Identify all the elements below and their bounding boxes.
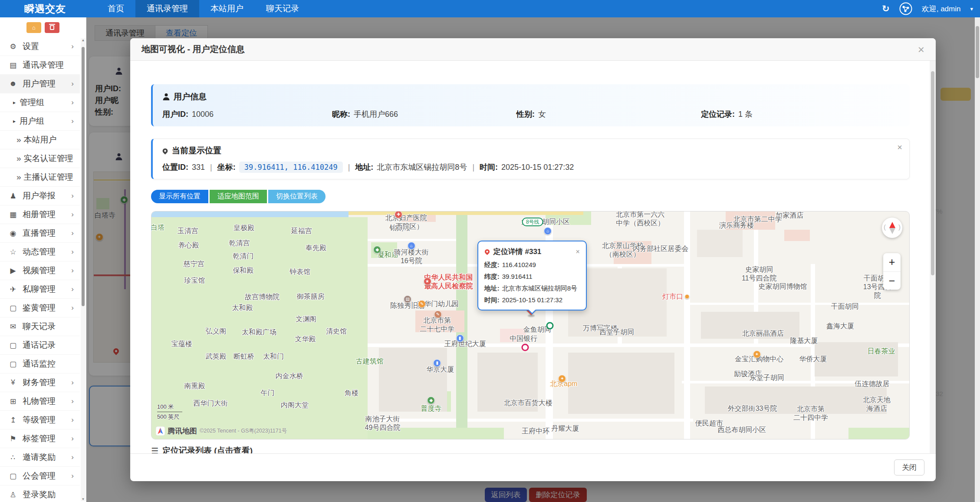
eye-icon: ◉ — [7, 229, 19, 238]
sidebar-item[interactable]: ✈私聊管理› — [0, 280, 80, 299]
submenu-link-icon: » — [16, 154, 21, 163]
scroll-down-icon[interactable]: ▼ — [81, 497, 86, 501]
close-icon[interactable]: × — [918, 44, 924, 55]
welcome-user[interactable]: 欢迎, admin — [922, 4, 961, 14]
scrollbar-thumb[interactable] — [976, 26, 979, 78]
close-icon[interactable]: × — [576, 248, 579, 256]
close-button[interactable]: 关闭 — [894, 459, 924, 476]
nav-item[interactable]: 通讯录管理 — [135, 0, 199, 17]
map-label: 断虹桥 — [233, 352, 254, 361]
sidebar-item[interactable]: ▶视频管理› — [0, 261, 80, 280]
sidebar-item[interactable]: ▢公会管理› — [0, 467, 80, 485]
sidebar-item[interactable]: »实名认证管理 — [0, 149, 80, 168]
sidebar-item[interactable]: ▢鉴黄管理› — [0, 299, 80, 317]
map-label: 太和门 — [263, 352, 284, 361]
map-label: 慈宁宫 — [184, 260, 204, 268]
sidebar-item[interactable]: ▸用户组› — [0, 112, 80, 131]
rotate-right-icon[interactable]: ) — [898, 223, 901, 231]
tencent-map-logo-icon — [156, 426, 165, 436]
nav-item[interactable]: 本站用户 — [199, 0, 255, 17]
sidebar-item-label: 标签管理 — [23, 433, 56, 444]
map-label: 玉清宫 — [178, 227, 198, 235]
gear-icon: ⚙ — [7, 42, 19, 51]
sidebar-item[interactable]: ▢通话记录 — [0, 336, 80, 355]
close-icon[interactable]: × — [897, 142, 902, 152]
field-value: 1 条 — [738, 110, 753, 119]
sidebar-item[interactable]: ⚙设置› — [0, 37, 80, 56]
chevron-right-icon: › — [71, 117, 74, 126]
scroll-up-icon[interactable]: ▲ — [81, 38, 86, 42]
map-zoom-control: + − — [883, 253, 901, 290]
sidebar-item[interactable]: ♟用户举报› — [0, 187, 80, 205]
compass-control[interactable]: ( ) — [882, 218, 902, 238]
map-label: 北京市第 二十四中学 — [793, 405, 828, 422]
user-field: 性别:女 — [516, 109, 701, 119]
sidebar-item[interactable]: ↥等级管理› — [0, 411, 80, 429]
popup-row: 纬度:39.916411 — [484, 273, 580, 281]
sidebar-scrollbar[interactable]: ▲ ▼ — [81, 38, 86, 501]
zoom-in-button[interactable]: + — [883, 253, 901, 272]
rotate-left-icon[interactable]: ( — [884, 223, 886, 231]
location-record-list-label[interactable]: ☰ 定位记录列表 (点击查看) — [151, 445, 910, 453]
sidebar-item-label: 私聊管理 — [23, 284, 56, 295]
map-label: 南熏殿 — [184, 382, 205, 390]
sidebar-item[interactable]: ☻用户管理› — [0, 75, 80, 93]
nav-item[interactable]: 聊天记录 — [255, 0, 310, 17]
page-scrollbar[interactable] — [975, 17, 980, 502]
refresh-icon[interactable]: ↻ — [882, 3, 890, 14]
temple-icon: ◆ — [427, 396, 435, 404]
trash-button[interactable] — [45, 22, 59, 33]
sidebar-item[interactable]: »本站用户 — [0, 131, 80, 149]
sidebar-item[interactable]: ✉聊天记录 — [0, 317, 80, 336]
chevron-right-icon: › — [71, 416, 74, 424]
sidebar-item[interactable]: ◉直播管理› — [0, 224, 80, 243]
map-toolbar-button[interactable]: 显示所有位置 — [151, 190, 208, 203]
sidebar-item[interactable]: ¥财务管理› — [0, 373, 80, 392]
chevron-down-icon[interactable]: ▾ — [970, 6, 973, 12]
museum-icon: ▤ — [404, 295, 411, 303]
map-label: 北京市第 二十七中学 — [420, 316, 454, 334]
modal-scrollbar[interactable] — [930, 61, 936, 453]
chevron-right-icon: › — [71, 229, 74, 238]
map-canvas[interactable]: 定位详情 #331 × 经度:116.410249纬度:39.916411地址:… — [151, 211, 910, 439]
popup-row-value: 39.916411 — [502, 273, 533, 280]
gov-star-icon: ★ — [424, 277, 431, 285]
detail-value: 北京市东城区锡拉胡同8号 — [377, 162, 467, 172]
map-visualization-modal: 地图可视化 - 用户定位信息 × 用户信息 用户ID:10006昵称:手机用户6… — [130, 38, 936, 481]
map-label: 古建筑馆 — [356, 357, 384, 366]
sidebar-item-label: 礼物管理 — [23, 396, 56, 407]
address-book-icon: ▤ — [7, 61, 19, 70]
sidebar-item-label: 设置 — [23, 41, 39, 52]
nav-item[interactable]: 首页 — [96, 0, 135, 17]
zoom-out-button[interactable]: − — [883, 272, 901, 290]
sidebar-item[interactable]: ∴邀请奖励› — [0, 448, 80, 467]
scrollbar-thumb[interactable] — [82, 47, 85, 306]
sidebar-item[interactable]: ☆动态管理› — [0, 243, 80, 261]
map-brand[interactable]: 腾讯地图 — [168, 426, 197, 436]
popup-row-value: 2025-10-15 01:27:32 — [502, 296, 562, 304]
sidebar-item[interactable]: ▤通讯录管理 — [0, 56, 80, 75]
avatar[interactable] — [899, 2, 912, 15]
scrollbar-thumb[interactable] — [931, 71, 934, 275]
map-label: 外交部街33号院 — [728, 404, 777, 413]
home-button[interactable]: ⌂ — [26, 22, 41, 33]
sidebar-item[interactable]: ⊞礼物管理› — [0, 392, 80, 411]
sidebar-item-label: 等级管理 — [23, 414, 56, 426]
sidebar-item[interactable]: ▸管理组› — [0, 93, 80, 112]
map-label: 清史馆 — [326, 327, 347, 336]
sidebar-item[interactable]: ▢通话监控 — [0, 355, 80, 373]
map-toolbar-button[interactable]: 适应地图范围 — [210, 190, 267, 203]
map-toolbar-button[interactable]: 切换位置列表 — [268, 190, 326, 203]
sidebar-item-label: 动态管理 — [23, 246, 56, 258]
user-info-fields: 用户ID:10006昵称:手机用户666性别:女定位记录:1 条 — [162, 109, 900, 119]
sidebar-item[interactable]: »主播认证管理 — [0, 168, 80, 187]
sidebar-item[interactable]: ⚑标签管理› — [0, 429, 80, 448]
detail-value: 331 — [192, 163, 205, 172]
map-label: 南池子大街 49号四合院 — [365, 415, 401, 432]
map-label: 西总布胡同小区 — [717, 426, 766, 434]
map-shape — [784, 230, 810, 241]
sidebar-item[interactable]: ♙登录奖励 — [0, 485, 80, 502]
map-label: 白塔 — [151, 223, 164, 232]
sidebar-item[interactable]: ▦相册管理› — [0, 205, 80, 224]
map-label: 演乐商务楼 — [719, 221, 754, 230]
